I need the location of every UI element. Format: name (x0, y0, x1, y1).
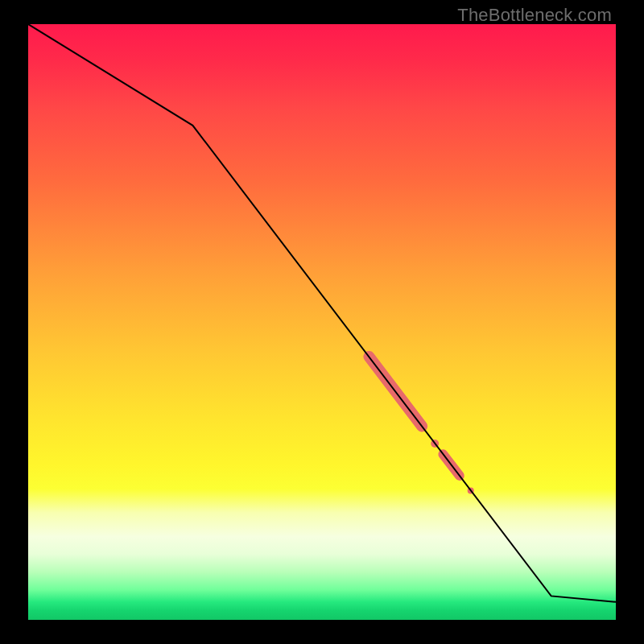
chart-overlay-svg (28, 24, 616, 620)
watermark-text: TheBottleneck.com (457, 5, 612, 26)
plot-area (28, 24, 616, 620)
chart-stage: TheBottleneck.com (0, 0, 644, 644)
curve-line (28, 24, 616, 602)
